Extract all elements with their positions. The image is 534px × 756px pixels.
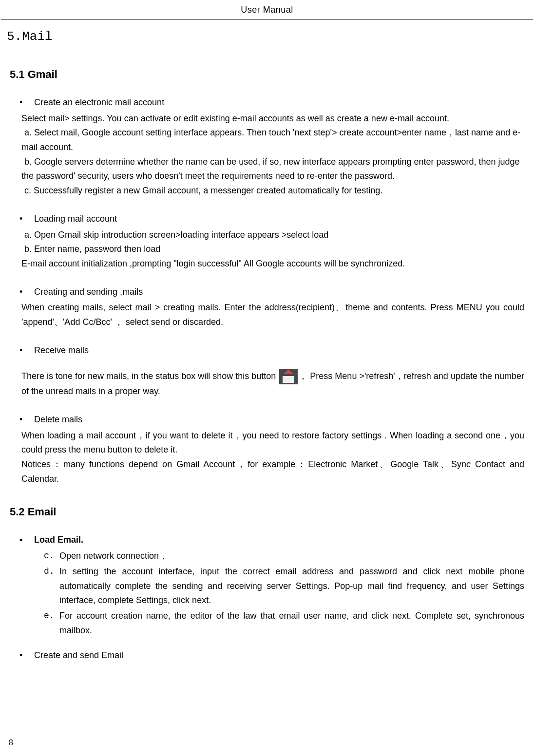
bullet-create-account: Create an electronic mail account	[34, 95, 524, 110]
create-account-step-b: b. Google servers determine whether the …	[21, 155, 524, 184]
receive-mails-para: There is tone for new mails, in the stat…	[21, 369, 524, 399]
bullet-delete-mails: Delete mails	[34, 413, 524, 427]
delete-mails-para1: When loading a mail account，if you want …	[21, 429, 524, 457]
page-header: User Manual	[1, 0, 533, 19]
load-email-d-text: In setting the account interface, input …	[59, 567, 524, 605]
creating-sending-para: When creating mails, select mail > creat…	[21, 301, 524, 329]
load-email-step-c: c.Open network connection，	[59, 549, 524, 564]
create-account-intro: Select mail> settings. You can activate …	[21, 112, 524, 126]
loading-step-c: E-mail account initialization ,prompting…	[21, 257, 524, 271]
loading-step-a: a. Open Gmail skip introduction screen>l…	[24, 228, 524, 243]
bullet-receive-mails: Receive mails	[34, 343, 524, 358]
page-number: 8	[9, 738, 13, 747]
section-5-2-content: Load Email. c.Open network connection， d…	[16, 533, 524, 663]
load-email-c-text: Open network connection，	[59, 551, 168, 561]
bullet-loading-account: Loading mail account	[34, 212, 524, 227]
create-account-step-c: c. Successfully register a new Gmail acc…	[21, 184, 524, 198]
load-email-step-d: d.In setting the account interface, inpu…	[59, 565, 524, 608]
chapter-title: 5.Mail	[7, 29, 524, 44]
section-5-2-title: 5.2 Email	[10, 506, 524, 518]
bullet-create-send-email: Create and send Email	[34, 648, 524, 663]
delete-mails-para2: Notices：many functions depend on Gmail A…	[21, 457, 524, 486]
gmail-icon: Gmail	[279, 369, 298, 384]
section-5-1-content: Create an electronic mail account Select…	[16, 95, 524, 486]
loading-step-b: b. Enter name, password then load	[24, 242, 524, 257]
load-email-step-e: e.For account creation name, the editor …	[59, 609, 524, 638]
receive-text-before: There is tone for new mails, in the stat…	[21, 371, 278, 381]
section-5-1-title: 5.1 Gmail	[10, 68, 524, 81]
bullet-creating-sending: Creating and sending ,mails	[34, 285, 524, 300]
load-email-e-text: For account creation name, the editor of…	[59, 611, 524, 635]
bullet-load-email: Load Email.	[34, 533, 524, 548]
create-account-step-a: a. Select mail, Google account setting i…	[21, 126, 524, 154]
